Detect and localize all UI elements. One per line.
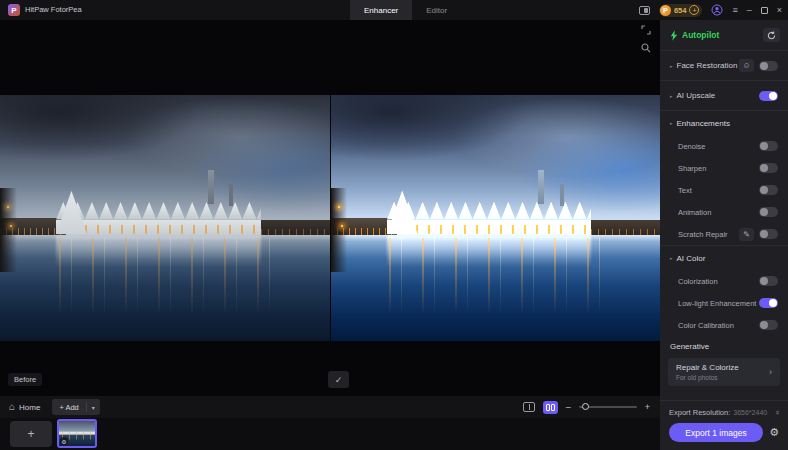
add-label: + Add — [52, 403, 85, 412]
colorization-row: Colorization — [660, 270, 788, 292]
tab-editor[interactable]: Editor — [412, 0, 461, 20]
thumbnail-status-icon: ⚙ — [60, 437, 68, 445]
denoise-label: Denoise — [678, 142, 706, 151]
fit-screen-icon[interactable] — [641, 25, 651, 35]
close-button[interactable]: × — [777, 0, 782, 20]
refresh-button[interactable] — [763, 28, 780, 42]
tab-enhancer[interactable]: Enhancer — [350, 0, 412, 20]
mode-tabs: Enhancer Editor — [350, 0, 461, 20]
add-credits-icon[interactable]: + — [689, 5, 699, 15]
ai-color-header: ▸ AI Color — [660, 246, 788, 270]
repair-colorize-card[interactable]: Repair & Colorize For old photos › — [668, 358, 780, 386]
colorization-label: Colorization — [678, 277, 718, 286]
bullet-icon: ▸ — [670, 120, 673, 126]
text-toggle[interactable] — [759, 185, 778, 195]
lightning-icon — [670, 30, 678, 41]
repair-colorize-subtitle: For old photos — [676, 374, 739, 381]
autopilot-header: Autopilot — [660, 20, 788, 50]
zoom-tool-icon[interactable] — [641, 43, 651, 53]
generative-header: Generative — [660, 336, 788, 356]
color-calibration-row: Color Calibration — [660, 314, 788, 336]
app-logo-icon: P — [8, 4, 20, 16]
add-button[interactable]: + Add ▾ — [52, 399, 99, 415]
after-image[interactable] — [331, 95, 660, 341]
zoom-in-button[interactable]: + — [645, 402, 650, 412]
repair-colorize-title: Repair & Colorize — [676, 363, 739, 372]
face-restoration-toggle[interactable] — [759, 61, 778, 71]
scratch-repair-tool-icon[interactable]: ✎ — [739, 228, 754, 241]
image-thumbnail[interactable]: ⚙ — [57, 419, 97, 448]
home-button[interactable]: ⌂ Home — [9, 402, 40, 412]
export-resolution-value: 3656*2440 — [733, 409, 767, 416]
face-restoration-row: ▸ Face Restoration ☺ — [660, 51, 788, 80]
menu-icon[interactable]: ≡ — [732, 0, 737, 20]
before-label: Before — [8, 373, 42, 386]
coin-icon: P — [660, 5, 671, 16]
add-dropdown-icon[interactable]: ▾ — [87, 404, 100, 411]
app-window: P HitPaw FotorPea Enhancer Editor P 654 … — [0, 0, 788, 450]
text-label: Text — [678, 186, 692, 195]
bullet-icon: ▸ — [670, 93, 673, 99]
color-calibration-toggle[interactable] — [759, 320, 778, 330]
text-row: Text — [660, 179, 788, 201]
split-view-icon[interactable] — [523, 402, 535, 412]
home-icon: ⌂ — [9, 402, 15, 412]
scratch-repair-row: Scratch Repair ✎ — [660, 223, 788, 245]
bottom-toolbar: ⌂ Home + Add ▾ – + — [0, 396, 660, 418]
animation-row: Animation — [660, 201, 788, 223]
lowlight-label: Low-light Enhancement — [678, 299, 756, 308]
lowlight-row: Low-light Enhancement — [660, 292, 788, 314]
add-image-tile[interactable]: + — [10, 421, 52, 447]
ai-color-label: AI Color — [677, 254, 706, 263]
scratch-repair-label: Scratch Repair — [678, 230, 728, 239]
color-calibration-label: Color Calibration — [678, 321, 734, 330]
credits-count: 654 — [674, 6, 687, 15]
bullet-icon: ▸ — [670, 255, 673, 261]
sharpen-row: Sharpen — [660, 157, 788, 179]
export-button[interactable]: Export 1 images — [669, 423, 763, 442]
confirm-check-button[interactable]: ✓ — [328, 371, 349, 388]
generative-label: Generative — [670, 342, 709, 351]
denoise-toggle[interactable] — [759, 141, 778, 151]
autopilot-title: Autopilot — [670, 30, 719, 41]
home-label: Home — [19, 403, 40, 412]
export-section: Export Resolution: 3656*2440 » Export 1 … — [660, 400, 788, 450]
ai-upscale-toggle[interactable] — [759, 91, 778, 101]
denoise-row: Denoise — [660, 135, 788, 157]
zoom-out-button[interactable]: – — [566, 402, 571, 412]
refresh-icon — [767, 31, 776, 40]
animation-toggle[interactable] — [759, 207, 778, 217]
colorization-toggle[interactable] — [759, 276, 778, 286]
face-restoration-label: Face Restoration — [677, 61, 738, 70]
titlebar: P HitPaw FotorPea Enhancer Editor P 654 … — [0, 0, 788, 20]
titlebar-right: P 654 + ≡ – × — [639, 0, 782, 20]
face-preview-icon[interactable]: ☺ — [739, 59, 754, 72]
export-settings-gear-icon[interactable]: ⚙ — [769, 427, 779, 438]
zoom-slider-knob[interactable] — [582, 403, 589, 410]
ai-upscale-row: ▸ AI Upscale — [660, 81, 788, 110]
chevron-right-icon: › — [769, 367, 772, 377]
resolution-expand-icon[interactable]: » — [772, 410, 781, 414]
animation-label: Animation — [678, 208, 711, 217]
view-controls: – + — [523, 396, 650, 418]
app-title: HitPaw FotorPea — [25, 0, 82, 20]
ai-upscale-label: AI Upscale — [677, 91, 716, 100]
credits-pill[interactable]: P 654 + — [659, 4, 703, 17]
filmstrip: + ⚙ — [0, 418, 660, 450]
before-image[interactable] — [0, 95, 330, 341]
account-icon[interactable] — [711, 4, 723, 16]
lowlight-toggle[interactable] — [759, 298, 778, 308]
zoom-slider[interactable] — [579, 406, 637, 408]
export-resolution-label: Export Resolution: — [669, 408, 730, 417]
enhancements-label: Enhancements — [677, 119, 730, 128]
preview-canvas: Before ✓ — [0, 20, 660, 396]
compare-view-button[interactable] — [543, 401, 558, 414]
scratch-repair-toggle[interactable] — [759, 229, 778, 239]
sharpen-toggle[interactable] — [759, 163, 778, 173]
layout-panel-icon[interactable] — [639, 6, 650, 15]
minimize-button[interactable]: – — [747, 0, 752, 20]
enhance-sidebar: Autopilot ▸ Face Restoration ☺ — [660, 20, 788, 450]
maximize-button[interactable] — [761, 7, 768, 14]
enhancements-header: ▸ Enhancements — [660, 111, 788, 135]
bullet-icon: ▸ — [670, 63, 673, 69]
